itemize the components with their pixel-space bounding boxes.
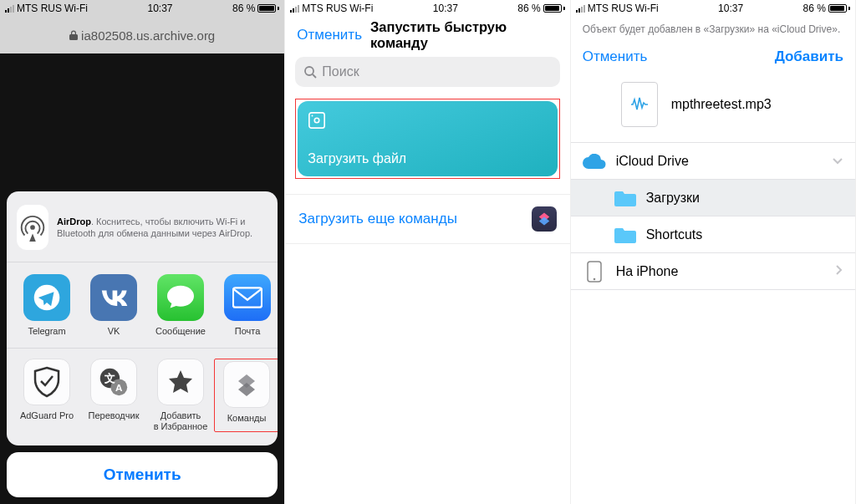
highlight-shortcuts: Команды bbox=[214, 359, 278, 432]
battery-icon bbox=[257, 4, 279, 13]
cancel-button[interactable]: Отменить bbox=[297, 27, 362, 43]
modal-title: Запустить быструю команду bbox=[370, 19, 558, 51]
shortcut-download-file[interactable]: Загрузить файл bbox=[298, 101, 557, 176]
locations-list: iCloud Drive Загрузки Shortcuts На iPhon… bbox=[571, 142, 855, 290]
battery-percent: 86 % bbox=[803, 3, 826, 14]
svg-point-10 bbox=[315, 118, 320, 123]
save-header: Отменить Добавить bbox=[571, 40, 855, 74]
mail-icon bbox=[224, 274, 271, 321]
svg-rect-2 bbox=[233, 288, 262, 308]
phone-share-sheet: MTS RUS Wi-Fi 10:37 86 % ia802508.us.arc… bbox=[0, 0, 285, 504]
svg-point-7 bbox=[305, 67, 313, 75]
iphone-icon bbox=[583, 260, 606, 283]
phone-shortcuts-picker: MTS RUS Wi-Fi 10:37 86 % Отменить Запуст… bbox=[285, 0, 570, 504]
url-text: ia802508.us.archive.org bbox=[81, 28, 215, 43]
status-bar: MTS RUS Wi-Fi 10:37 86 % bbox=[285, 0, 569, 17]
add-button[interactable]: Добавить bbox=[775, 48, 843, 65]
translate-icon: 文A bbox=[90, 359, 137, 405]
svg-rect-9 bbox=[309, 113, 324, 128]
modal-header: Отменить Запустить быструю команду bbox=[285, 17, 569, 53]
chevron-down-icon bbox=[832, 154, 843, 169]
chevron-right-icon bbox=[835, 264, 843, 279]
adguard-icon bbox=[23, 359, 70, 405]
svg-point-0 bbox=[30, 226, 35, 231]
signal-icon bbox=[5, 4, 14, 13]
location-icloud[interactable]: iCloud Drive bbox=[571, 143, 855, 180]
star-icon bbox=[157, 359, 204, 405]
share-actions-row: AdGuard Pro 文A Переводчик Добавить в Изб… bbox=[7, 348, 278, 437]
action-adguard[interactable]: AdGuard Pro bbox=[13, 359, 80, 432]
status-bar: MTS RUS Wi-Fi 10:37 86 % bbox=[571, 0, 855, 17]
battery-percent: 86 % bbox=[517, 3, 540, 14]
clock: 10:37 bbox=[433, 3, 458, 14]
save-hint: Объект будет добавлен в «Загрузки» на «i… bbox=[571, 17, 855, 40]
airdrop-row[interactable]: AirDrop. Коснитесь, чтобы включить Wi-Fi… bbox=[7, 200, 278, 262]
vk-icon bbox=[90, 274, 137, 321]
cancel-button[interactable]: Отменить bbox=[7, 452, 278, 497]
search-placeholder: Поиск bbox=[322, 64, 359, 79]
svg-point-11 bbox=[312, 115, 313, 117]
svg-text:文: 文 bbox=[104, 372, 115, 384]
svg-point-13 bbox=[593, 277, 595, 280]
shortcut-label: Загрузить файл bbox=[308, 151, 547, 166]
location-shortcuts[interactable]: Shortcuts bbox=[571, 216, 855, 253]
shortcuts-app-icon bbox=[532, 206, 557, 232]
telegram-icon bbox=[23, 274, 70, 321]
share-app-mail[interactable]: Почта bbox=[214, 274, 278, 337]
file-preview: mpthreetest.mp3 bbox=[571, 74, 855, 142]
messages-icon bbox=[157, 274, 204, 321]
share-sheet-card: AirDrop. Коснитесь, чтобы включить Wi-Fi… bbox=[7, 191, 278, 445]
folder-icon bbox=[614, 227, 636, 243]
action-shortcuts[interactable]: Команды bbox=[217, 361, 277, 424]
file-name: mpthreetest.mp3 bbox=[671, 97, 772, 112]
share-apps-row: Telegram VK Сообщение Почта bbox=[7, 262, 278, 342]
clock: 10:37 bbox=[147, 3, 172, 14]
page-background: AirDrop. Коснитесь, чтобы включить Wi-Fi… bbox=[0, 53, 284, 504]
highlight-download-shortcut: Загрузить файл bbox=[295, 99, 559, 179]
airdrop-text: AirDrop. Коснитесь, чтобы включить Wi-Fi… bbox=[57, 216, 268, 241]
action-translate[interactable]: 文A Переводчик bbox=[80, 359, 147, 432]
carrier-label: MTS RUS bbox=[588, 3, 633, 14]
disk-icon bbox=[308, 111, 326, 130]
clock: 10:37 bbox=[718, 3, 743, 14]
browser-url-bar[interactable]: ia802508.us.archive.org bbox=[0, 17, 284, 53]
action-favorite[interactable]: Добавить в Избранное bbox=[147, 359, 214, 432]
wifi-label: Wi-Fi bbox=[64, 3, 88, 14]
wifi-label: Wi-Fi bbox=[635, 3, 659, 14]
location-on-iphone[interactable]: На iPhone bbox=[571, 253, 855, 290]
wifi-label: Wi-Fi bbox=[349, 3, 373, 14]
share-sheet: AirDrop. Коснитесь, чтобы включить Wi-Fi… bbox=[7, 191, 278, 497]
load-more-shortcuts[interactable]: Загрузить еще команды bbox=[285, 194, 569, 244]
share-app-telegram[interactable]: Telegram bbox=[13, 274, 80, 337]
lock-icon bbox=[69, 30, 78, 40]
status-bar: MTS RUS Wi-Fi 10:37 86 % bbox=[0, 0, 284, 17]
search-input[interactable]: Поиск bbox=[295, 57, 559, 87]
search-icon bbox=[303, 65, 317, 79]
folder-icon bbox=[614, 190, 636, 206]
battery-icon bbox=[828, 4, 850, 13]
location-downloads[interactable]: Загрузки bbox=[571, 180, 855, 216]
cancel-button[interactable]: Отменить bbox=[583, 48, 648, 65]
svg-line-8 bbox=[313, 74, 316, 78]
battery-icon bbox=[543, 4, 565, 13]
audio-file-icon bbox=[621, 82, 658, 127]
share-app-messages[interactable]: Сообщение bbox=[147, 274, 214, 337]
signal-icon bbox=[576, 4, 585, 13]
svg-text:A: A bbox=[115, 381, 123, 392]
shortcuts-icon bbox=[223, 361, 270, 408]
signal-icon bbox=[290, 4, 299, 13]
phone-files-save: MTS RUS Wi-Fi 10:37 86 % Объект будет до… bbox=[571, 0, 856, 504]
share-app-vk[interactable]: VK bbox=[80, 274, 147, 337]
carrier-label: MTS RUS bbox=[302, 3, 347, 14]
battery-percent: 86 % bbox=[232, 3, 255, 14]
airdrop-icon bbox=[17, 205, 48, 250]
icloud-icon bbox=[583, 150, 606, 173]
carrier-label: MTS RUS bbox=[17, 3, 62, 14]
